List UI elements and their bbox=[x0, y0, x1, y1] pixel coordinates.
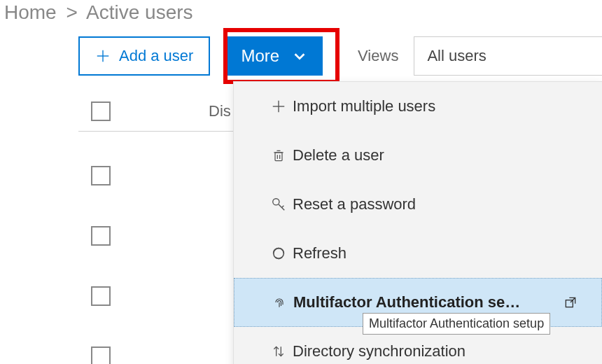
add-user-button[interactable]: Add a user bbox=[78, 36, 210, 76]
select-all-checkbox[interactable] bbox=[91, 102, 111, 121]
menu-label: Multifactor Authentication se… bbox=[293, 293, 520, 312]
row-checkbox[interactable] bbox=[91, 166, 111, 186]
breadcrumb-current: Active users bbox=[86, 1, 193, 23]
menu-label: Delete a user bbox=[293, 146, 384, 164]
menu-label: Reset a password bbox=[293, 195, 416, 214]
plus-icon bbox=[265, 99, 293, 114]
breadcrumb-home[interactable]: Home bbox=[4, 1, 57, 23]
svg-rect-4 bbox=[275, 153, 282, 161]
column-display-name[interactable]: Dis bbox=[209, 102, 231, 120]
refresh-icon bbox=[265, 246, 293, 261]
key-icon bbox=[265, 197, 293, 212]
row-checkbox[interactable] bbox=[91, 226, 111, 246]
menu-refresh[interactable]: Refresh bbox=[234, 229, 602, 278]
views-value: All users bbox=[427, 47, 486, 65]
toolbar: Add a user More Views All users bbox=[0, 36, 602, 76]
views-select[interactable]: All users bbox=[414, 36, 602, 76]
tooltip: Multifactor Authentication setup bbox=[363, 313, 550, 335]
breadcrumb-separator: > bbox=[66, 1, 77, 23]
sync-icon bbox=[265, 344, 293, 359]
row-checkbox[interactable] bbox=[91, 346, 111, 364]
menu-import-users[interactable]: Import multiple users bbox=[234, 82, 602, 131]
menu-label: Import multiple users bbox=[293, 97, 435, 115]
svg-line-11 bbox=[282, 206, 284, 208]
external-link-icon bbox=[564, 295, 578, 309]
views-label: Views bbox=[358, 47, 398, 65]
breadcrumb: Home > Active users bbox=[0, 0, 602, 36]
menu-reset-password[interactable]: Reset a password bbox=[234, 180, 602, 229]
menu-delete-user[interactable]: Delete a user bbox=[234, 131, 602, 180]
svg-point-9 bbox=[273, 199, 279, 205]
more-button[interactable]: More bbox=[225, 36, 323, 76]
more-label: More bbox=[241, 46, 279, 66]
trash-icon bbox=[265, 148, 293, 163]
menu-label: Directory synchronization bbox=[293, 342, 465, 360]
row-checkbox[interactable] bbox=[91, 286, 111, 306]
fingerprint-icon bbox=[265, 295, 293, 310]
menu-label: Refresh bbox=[293, 244, 346, 262]
chevron-down-icon bbox=[292, 48, 307, 64]
plus-icon bbox=[95, 48, 111, 64]
add-user-label: Add a user bbox=[119, 47, 193, 65]
